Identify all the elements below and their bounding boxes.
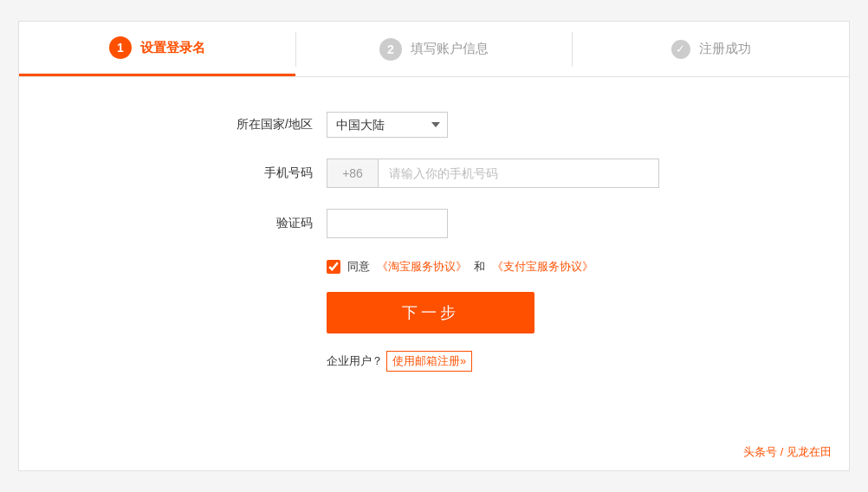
step-2-label: 填写账户信息 bbox=[411, 41, 489, 57]
phone-control: +86 bbox=[327, 159, 659, 188]
agreement-checkbox[interactable] bbox=[327, 260, 340, 274]
taobao-agreement-link[interactable]: 《淘宝服务协议》 bbox=[377, 259, 467, 275]
phone-row: 手机号码 +86 bbox=[209, 159, 659, 188]
verify-label: 验证码 bbox=[209, 216, 313, 231]
step-1: 1 设置登录名 bbox=[19, 22, 295, 76]
country-select[interactable]: 中国大陆 bbox=[327, 112, 448, 138]
step-2: 2 填写账户信息 bbox=[296, 22, 573, 76]
enterprise-row: 企业用户？ 使用邮箱注册» bbox=[209, 351, 659, 372]
step-1-circle: 1 bbox=[109, 36, 132, 59]
enterprise-label: 企业用户？ bbox=[327, 353, 383, 369]
phone-prefix: +86 bbox=[327, 159, 379, 188]
form-area: 所在国家/地区 中国大陆 手机号码 +86 验证码 同意 bbox=[19, 77, 849, 406]
verify-row: 验证码 bbox=[209, 209, 659, 238]
verify-input[interactable] bbox=[327, 209, 448, 238]
country-row: 所在国家/地区 中国大陆 bbox=[209, 112, 659, 138]
email-register-link[interactable]: 使用邮箱注册» bbox=[386, 351, 472, 372]
country-control: 中国大陆 bbox=[327, 112, 659, 138]
agreement-row: 同意 《淘宝服务协议》 和 《支付宝服务协议》 bbox=[209, 259, 659, 275]
step-3-check-icon: ✓ bbox=[671, 40, 690, 59]
next-btn-row: 下一步 bbox=[209, 292, 659, 333]
country-label: 所在国家/地区 bbox=[209, 117, 313, 133]
next-button[interactable]: 下一步 bbox=[327, 292, 534, 333]
step-3-label: 注册成功 bbox=[699, 41, 751, 57]
agreement-and: 和 bbox=[474, 259, 485, 275]
step-3: ✓ 注册成功 bbox=[573, 22, 849, 76]
steps-bar: 1 设置登录名 2 填写账户信息 ✓ 注册成功 bbox=[19, 22, 849, 77]
phone-label: 手机号码 bbox=[209, 165, 313, 181]
watermark: 头条号 / 见龙在田 bbox=[743, 444, 832, 460]
step-1-label: 设置登录名 bbox=[140, 40, 205, 56]
verify-control bbox=[327, 209, 659, 238]
phone-input[interactable] bbox=[379, 159, 659, 188]
registration-container: 1 设置登录名 2 填写账户信息 ✓ 注册成功 所在国家/地区 中国大陆 bbox=[18, 21, 850, 471]
step-2-circle: 2 bbox=[379, 38, 402, 61]
agreement-text: 同意 bbox=[347, 259, 370, 275]
alipay-agreement-link[interactable]: 《支付宝服务协议》 bbox=[492, 259, 593, 275]
